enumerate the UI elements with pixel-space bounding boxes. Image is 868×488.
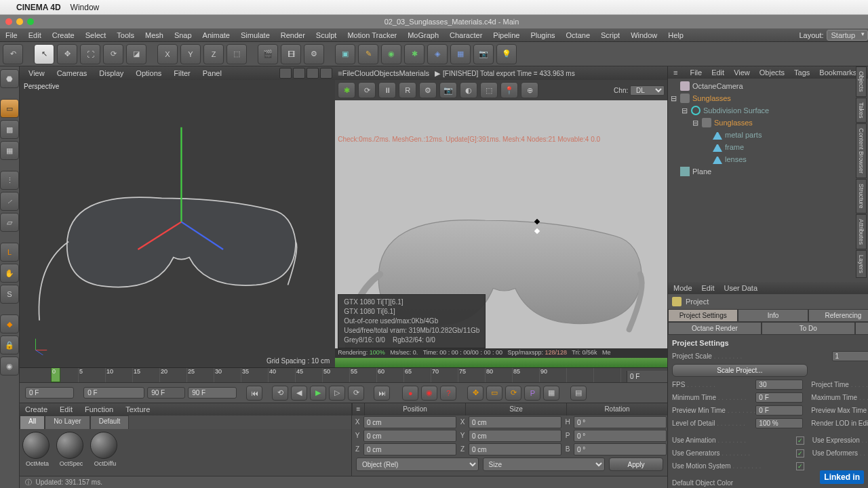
vp-nav-icon[interactable] <box>320 68 332 79</box>
apply-button[interactable]: Apply <box>609 458 663 471</box>
attr-input[interactable] <box>755 418 803 428</box>
octane-clay-icon[interactable]: ◐ <box>460 82 477 98</box>
menu-sculpt[interactable]: Sculpt <box>311 28 342 42</box>
obj-menu-edit[interactable]: Edit <box>711 68 724 77</box>
object-tree[interactable]: OctaneCamera⊟ Sunglasses✓⊟ Subdivision S… <box>668 79 868 282</box>
key-pla-button[interactable]: ▦ <box>543 386 559 401</box>
macos-menu-window[interactable]: Window <box>71 3 100 12</box>
tree-row[interactable]: ⊟ Sunglasses✓ <box>668 117 868 129</box>
obj-menu-≡[interactable]: ≡ <box>673 68 677 77</box>
attr-tab[interactable]: Project Settings <box>668 309 738 322</box>
menu-script[interactable]: Script <box>595 28 625 42</box>
live-select-tool[interactable]: ↖ <box>34 44 54 64</box>
side-tab[interactable]: Layers <box>856 250 867 278</box>
viewport-canvas[interactable]: Perspective <box>20 80 335 367</box>
octane-settings-icon[interactable]: ⚙ <box>419 82 437 98</box>
menu-window[interactable]: Window <box>625 28 663 42</box>
project-scale-input[interactable] <box>832 351 869 361</box>
attr-input[interactable] <box>755 405 803 415</box>
vp-nav-icon[interactable] <box>293 68 305 79</box>
axis-y-button[interactable]: Y <box>180 44 201 64</box>
material-swatch[interactable]: OctDiffu <box>90 432 120 473</box>
workplane-button[interactable]: ◆ <box>0 314 19 333</box>
menu-tools[interactable]: Tools <box>111 28 140 42</box>
menu-edit[interactable]: Edit <box>23 28 47 42</box>
app-name[interactable]: CINEMA 4D <box>16 3 61 12</box>
octane-start-icon[interactable]: ✱ <box>338 82 355 98</box>
menu-pipeline[interactable]: Pipeline <box>488 28 525 42</box>
prev-key-button[interactable]: ⟲ <box>272 386 288 401</box>
side-tab[interactable]: Content Browser <box>856 123 867 178</box>
tree-row[interactable]: OctaneCamera <box>668 80 868 92</box>
add-deformer-button[interactable]: ◈ <box>427 44 448 64</box>
tree-row[interactable]: frame✓ <box>668 141 868 153</box>
vp-menu-display[interactable]: Display <box>93 69 130 77</box>
keying-opts-button[interactable]: ? <box>440 386 456 401</box>
menu-create[interactable]: Create <box>47 28 80 42</box>
octane-camera-icon[interactable]: 📷 <box>439 82 457 98</box>
axis-z-button[interactable]: Z <box>203 44 224 64</box>
material-grid[interactable]: OctMetaOctSpecOctDiffu <box>20 429 351 476</box>
rotate-tool[interactable]: ⟳ <box>103 44 123 64</box>
attr-checkbox[interactable]: ✓ <box>796 436 804 445</box>
obj-menu-bookmarks[interactable]: Bookmarks <box>819 68 856 77</box>
vp-nav-icon[interactable] <box>307 68 319 79</box>
add-generator-button[interactable]: ◉ <box>381 44 401 64</box>
mat-menu-function[interactable]: Function <box>85 405 113 413</box>
octane-menu-materials[interactable]: Materials <box>399 69 429 77</box>
edges-mode-button[interactable]: ⟋ <box>0 192 19 211</box>
add-environment-button[interactable]: ▦ <box>450 44 471 64</box>
octane-pause-icon[interactable]: ⏸ <box>378 82 396 98</box>
go-end-button[interactable]: ⏭ <box>374 386 390 401</box>
size-input[interactable] <box>469 443 561 455</box>
attr-tab[interactable]: Referencing <box>808 309 868 322</box>
menu-simulate[interactable]: Simulate <box>235 28 275 42</box>
play-button[interactable]: ▶ <box>310 386 326 401</box>
size-input[interactable] <box>469 416 561 428</box>
traffic-lights[interactable] <box>5 18 34 25</box>
attr-input[interactable] <box>755 380 803 390</box>
menu-animate[interactable]: Animate <box>197 28 235 42</box>
octane-menu-file[interactable]: File <box>342 69 355 77</box>
tree-row[interactable]: Plane✓ <box>668 165 868 178</box>
zoom-icon[interactable] <box>27 18 34 25</box>
menu-character[interactable]: Character <box>444 28 488 42</box>
side-tab[interactable]: Attributes <box>856 214 867 249</box>
coord-mode-dropdown[interactable]: Object (Rel) <box>356 458 479 471</box>
range-start-input[interactable] <box>83 387 144 399</box>
octane-menu-objects[interactable]: Objects <box>374 69 399 77</box>
record-button[interactable]: ● <box>402 386 418 401</box>
lock-button[interactable]: 🔒 <box>0 336 19 354</box>
mat-menu-texture[interactable]: Texture <box>125 405 150 413</box>
current-frame-input[interactable] <box>25 387 74 399</box>
rot-input[interactable] <box>574 416 667 428</box>
material-swatch[interactable]: OctMeta <box>22 432 52 473</box>
prev-frame-button[interactable]: ◀ <box>291 386 307 401</box>
minimize-icon[interactable] <box>16 18 23 25</box>
octane-live-viewer[interactable]: ≡ FileCloudObjectsMaterials ▶ [FINISHED]… <box>335 66 667 367</box>
render-pv-button[interactable]: 🎞 <box>281 44 301 64</box>
viewport-solo-button[interactable]: ◉ <box>0 357 19 375</box>
pos-input[interactable] <box>363 430 456 442</box>
vp-menu-cameras[interactable]: Cameras <box>51 69 94 77</box>
scale-project-button[interactable]: Scale Project... <box>672 364 808 377</box>
menu-render[interactable]: Render <box>275 28 311 42</box>
make-editable-button[interactable]: ⬣ <box>0 69 19 88</box>
side-tab[interactable]: Structure <box>856 179 867 214</box>
octane-menu-cloud[interactable]: Cloud <box>354 69 374 77</box>
channel-dropdown[interactable]: DL <box>630 85 665 96</box>
vp-menu-panel[interactable]: Panel <box>197 69 228 77</box>
recent-tool[interactable]: ◪ <box>126 44 146 64</box>
workplane-mode-button[interactable]: ▦ <box>0 141 19 160</box>
key-pos-button[interactable]: ✥ <box>467 386 484 401</box>
timeline-ruler[interactable]: 051015202530354045505560657075808590 0 F <box>20 367 667 382</box>
coord-system-button[interactable]: ⬚ <box>226 44 247 64</box>
axis-x-button[interactable]: X <box>157 44 178 64</box>
attr-checkbox[interactable]: ✓ <box>796 449 804 458</box>
menu-plugins[interactable]: Plugins <box>525 28 560 42</box>
attr-checkbox[interactable]: ✓ <box>796 462 804 470</box>
rot-input[interactable] <box>574 443 667 455</box>
side-tab-strip[interactable]: ObjectsTakesContent BrowserStructureAttr… <box>856 66 868 279</box>
tree-row[interactable]: ⊟ Subdivision Surface✓ <box>668 104 868 117</box>
tree-row[interactable]: ⊟ Sunglasses✓ <box>668 92 868 104</box>
